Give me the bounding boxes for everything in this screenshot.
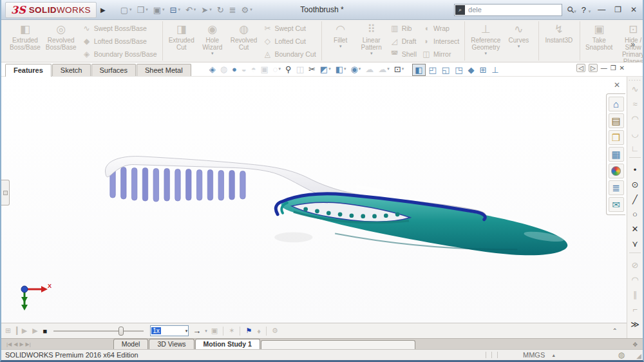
save-animation[interactable]: ▣: [211, 327, 218, 335]
dropdown-arrow-icon[interactable]: ▾: [129, 7, 132, 12]
tab-features[interactable]: Features: [5, 64, 52, 77]
rebuild[interactable]: ↻ ▾: [215, 5, 226, 15]
circle[interactable]: ○: [627, 207, 643, 222]
zoom-to-fit[interactable]: ◈ ▾: [207, 64, 218, 75]
motion-manager-collapse-button[interactable]: ⌃: [612, 327, 618, 334]
linear-pattern[interactable]: ⠿ Linear Pattern ▾: [356, 22, 387, 60]
animation-wizard[interactable]: ✶: [229, 327, 234, 335]
curves[interactable]: ∿ Curves ▾: [503, 22, 534, 60]
custom-properties[interactable]: ≣: [609, 180, 624, 195]
tab-motion-study-1[interactable]: Motion Study 1: [195, 339, 260, 349]
dropdown-arrow-icon[interactable]: ▾: [178, 7, 180, 12]
slider-thumb[interactable]: [118, 327, 124, 336]
filter-driving[interactable]: ♦: [257, 327, 261, 335]
view-settings[interactable]: ⊡ ▾: [392, 64, 406, 75]
view-four-pane[interactable]: ⊞: [477, 64, 488, 75]
tab-surfaces[interactable]: Surfaces: [91, 64, 136, 76]
search-scope-icon[interactable]: ⌕: [455, 5, 465, 15]
swept-boss-base[interactable]: ∿ Swept Boss/Base: [80, 22, 159, 34]
revolved-boss-base[interactable]: ◎ Revolved Boss/Base ▾: [43, 22, 79, 60]
dropdown-arrow-icon[interactable]: ▾: [339, 44, 342, 49]
graphics-viewport[interactable]: X ✕ ⌂ ▤: [1, 77, 627, 323]
minimize-button[interactable]: —: [596, 5, 607, 14]
edit-appearance[interactable]: ✂ ▾: [307, 64, 317, 75]
wrap[interactable]: ◖ Wrap: [420, 22, 461, 34]
extruded-cut[interactable]: ◨ Extruded Cut ▾: [166, 22, 197, 60]
shadows-in-shaded-mode[interactable]: ☁ ▾: [363, 64, 375, 75]
units-selector[interactable]: MMGS▲: [523, 351, 556, 359]
section-box[interactable]: ▣ ▾: [259, 64, 270, 75]
menu-flyout-arrow[interactable]: ▶: [100, 6, 106, 14]
dropdown-arrow-icon[interactable]: ▾: [194, 7, 196, 12]
ribbon-overflow-button[interactable]: »: [629, 40, 640, 49]
annotation-view[interactable]: ◓ ▾: [249, 64, 258, 75]
lofted-cut[interactable]: ◇ Lofted Cut: [261, 35, 317, 47]
file-explorer[interactable]: ❒: [609, 130, 624, 145]
play-from-start[interactable]: ▎▶: [16, 327, 27, 335]
view-top[interactable]: ◳: [453, 64, 464, 75]
scroll-prev[interactable]: ◀: [14, 341, 17, 347]
doc-restore[interactable]: ❐: [611, 64, 616, 71]
dropdown-arrow-icon[interactable]: ▾: [250, 7, 252, 12]
view-shaded-cube[interactable]: ◧: [412, 64, 425, 76]
tab-sheet-metal[interactable]: Sheet Metal: [137, 64, 191, 76]
dropdown-arrow-icon[interactable]: ▾: [402, 66, 404, 71]
dropdown-arrow-icon[interactable]: ▾: [328, 66, 331, 71]
undo[interactable]: ↶ ▾: [184, 5, 198, 15]
apply-scene[interactable]: ◩ ▾: [318, 64, 333, 75]
trim-entities[interactable]: ✕: [627, 222, 643, 236]
motion-study-properties[interactable]: ⚙: [272, 327, 278, 335]
view-isometric[interactable]: ◆: [466, 64, 476, 75]
spline[interactable]: ≈: [627, 97, 643, 111]
calculate[interactable]: ⊞: [5, 327, 11, 335]
intersect[interactable]: ◗ Intersect: [420, 35, 461, 47]
doc-minimize[interactable]: —: [601, 64, 607, 71]
help-button[interactable]: ? ▾: [582, 5, 591, 15]
doc-close[interactable]: ✕: [620, 64, 625, 71]
play[interactable]: ▶: [32, 327, 37, 335]
options[interactable]: ⚙ ▾: [240, 5, 254, 15]
extruded-boss-base[interactable]: ◧ Extruded Boss/Base ▾: [7, 22, 43, 60]
pan[interactable]: ◫ ▾: [294, 64, 306, 75]
search-input[interactable]: dele: [465, 6, 561, 14]
convert-entities[interactable]: ◠: [627, 272, 643, 287]
stop[interactable]: ■: [43, 327, 48, 335]
print[interactable]: ⊟ ▾: [167, 5, 182, 15]
swept-cut[interactable]: ✂ Swept Cut: [261, 22, 317, 34]
dropdown-arrow-icon[interactable]: ▾: [209, 7, 212, 12]
boundary-boss-base[interactable]: ◈ Boundary Boss/Base: [80, 48, 159, 60]
tangent-arc[interactable]: ◡: [627, 126, 643, 141]
tab-3d-views[interactable]: 3D Views: [149, 339, 194, 349]
scroll-next[interactable]: ▶: [19, 341, 23, 347]
zoom-lens[interactable]: ◌ ▾: [271, 64, 283, 75]
view-front[interactable]: ◰: [427, 64, 439, 75]
tab-model[interactable]: Model: [113, 339, 149, 349]
mirror-entities[interactable]: ∥: [627, 287, 643, 302]
point[interactable]: •: [627, 162, 643, 177]
magnified-selection[interactable]: ⚲ ▾: [283, 64, 294, 75]
mirror[interactable]: ◫ Mirror: [420, 48, 461, 60]
boundary-cut[interactable]: ◬ Boundary Cut: [261, 48, 317, 60]
file-properties[interactable]: ≣ ▾: [227, 5, 238, 15]
more-tools[interactable]: ≫: [627, 317, 643, 332]
view-palette[interactable]: ▦: [609, 147, 624, 162]
previous-view[interactable]: ● ▾: [230, 64, 239, 75]
line[interactable]: ╱: [627, 192, 643, 207]
corner-rectangle[interactable]: ∟: [627, 141, 643, 156]
dropdown-arrow-icon[interactable]: ▾: [279, 66, 281, 71]
perspective[interactable]: ☁ ▾: [376, 64, 392, 75]
zoom-to-area[interactable]: ◍ ▾: [218, 64, 229, 75]
playback-speed-select[interactable]: 1x ▾: [150, 325, 189, 336]
task-pane-close-icon[interactable]: ✕: [614, 81, 620, 90]
new-file[interactable]: ▢ ▾: [118, 5, 134, 15]
view-3d-drag[interactable]: ⊥: [489, 64, 500, 75]
dropdown-arrow-icon[interactable]: ▾: [146, 7, 148, 12]
centerpoint-arc[interactable]: ◠: [627, 111, 643, 126]
dropdown-arrow-icon[interactable]: ▾: [359, 66, 361, 71]
toothbrush-model[interactable]: [1, 77, 627, 323]
section-view[interactable]: ◒ ▾: [240, 64, 249, 75]
instant3d[interactable]: ↯ Instant3D ▾: [542, 22, 575, 60]
view-left[interactable]: ◱: [440, 64, 451, 75]
pane-splitter-icon[interactable]: ✥: [632, 341, 638, 348]
dropdown-arrow-icon[interactable]: ▾: [344, 66, 346, 71]
